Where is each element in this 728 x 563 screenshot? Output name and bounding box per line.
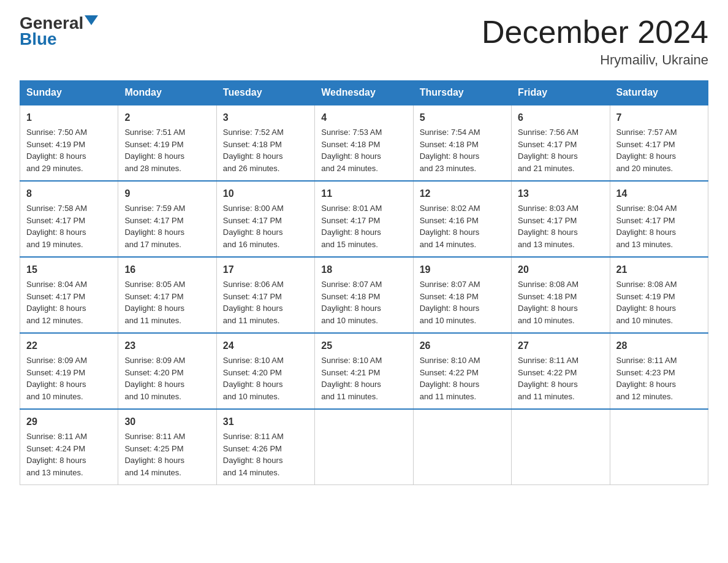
- calendar-table: SundayMondayTuesdayWednesdayThursdayFrid…: [20, 80, 708, 485]
- calendar-week-row: 1Sunrise: 7:50 AMSunset: 4:19 PMDaylight…: [20, 105, 708, 181]
- day-info: Sunrise: 8:08 AMSunset: 4:19 PMDaylight:…: [616, 278, 702, 326]
- calendar-cell: 29Sunrise: 8:11 AMSunset: 4:24 PMDayligh…: [20, 409, 118, 485]
- day-info: Sunrise: 7:52 AMSunset: 4:18 PMDaylight:…: [223, 126, 308, 174]
- calendar-cell: [413, 409, 511, 485]
- day-number: 3: [223, 110, 308, 125]
- calendar-cell: 23Sunrise: 8:09 AMSunset: 4:20 PMDayligh…: [118, 333, 216, 409]
- day-info: Sunrise: 8:02 AMSunset: 4:16 PMDaylight:…: [420, 202, 505, 250]
- calendar-cell: 22Sunrise: 8:09 AMSunset: 4:19 PMDayligh…: [20, 333, 118, 409]
- day-info: Sunrise: 8:04 AMSunset: 4:17 PMDaylight:…: [26, 278, 112, 326]
- day-info: Sunrise: 7:59 AMSunset: 4:17 PMDaylight:…: [124, 202, 210, 250]
- column-header-sunday: Sunday: [20, 81, 118, 105]
- day-number: 31: [223, 415, 308, 429]
- day-number: 16: [124, 262, 210, 277]
- calendar-cell: 8Sunrise: 7:58 AMSunset: 4:17 PMDaylight…: [20, 181, 118, 257]
- calendar-header-row: SundayMondayTuesdayWednesdayThursdayFrid…: [20, 81, 708, 105]
- day-number: 2: [124, 110, 210, 125]
- calendar-cell: 4Sunrise: 7:53 AMSunset: 4:18 PMDaylight…: [315, 105, 413, 181]
- day-info: Sunrise: 8:06 AMSunset: 4:17 PMDaylight:…: [223, 278, 308, 326]
- column-header-thursday: Thursday: [413, 81, 511, 105]
- day-info: Sunrise: 8:00 AMSunset: 4:17 PMDaylight:…: [223, 202, 308, 250]
- day-number: 4: [321, 110, 406, 125]
- calendar-cell: 1Sunrise: 7:50 AMSunset: 4:19 PMDaylight…: [20, 105, 118, 181]
- day-number: 11: [321, 186, 406, 201]
- day-number: 25: [321, 339, 406, 353]
- calendar-cell: 15Sunrise: 8:04 AMSunset: 4:17 PMDayligh…: [20, 257, 118, 333]
- logo-blue: Blue: [20, 29, 57, 49]
- day-number: 5: [420, 110, 505, 125]
- day-number: 9: [124, 186, 210, 201]
- day-number: 19: [420, 262, 505, 277]
- column-header-wednesday: Wednesday: [315, 81, 413, 105]
- calendar-week-row: 29Sunrise: 8:11 AMSunset: 4:24 PMDayligh…: [20, 409, 708, 485]
- title-block: December 2024 Hrymailiv, Ukraine: [482, 15, 708, 68]
- calendar-cell: 2Sunrise: 7:51 AMSunset: 4:19 PMDaylight…: [118, 105, 216, 181]
- calendar-cell: 11Sunrise: 8:01 AMSunset: 4:17 PMDayligh…: [315, 181, 413, 257]
- day-info: Sunrise: 8:11 AMSunset: 4:22 PMDaylight:…: [518, 354, 603, 402]
- day-info: Sunrise: 8:08 AMSunset: 4:18 PMDaylight:…: [518, 278, 603, 326]
- day-number: 8: [26, 186, 112, 201]
- day-info: Sunrise: 8:11 AMSunset: 4:24 PMDaylight:…: [26, 431, 112, 478]
- day-number: 21: [616, 262, 702, 277]
- column-header-monday: Monday: [118, 81, 216, 105]
- svg-marker-0: [85, 15, 98, 25]
- day-info: Sunrise: 8:11 AMSunset: 4:23 PMDaylight:…: [616, 354, 702, 402]
- calendar-cell: [315, 409, 413, 485]
- day-info: Sunrise: 8:01 AMSunset: 4:17 PMDaylight:…: [321, 202, 406, 250]
- day-info: Sunrise: 8:11 AMSunset: 4:25 PMDaylight:…: [124, 431, 210, 478]
- day-number: 10: [223, 186, 308, 201]
- day-info: Sunrise: 7:50 AMSunset: 4:19 PMDaylight:…: [26, 126, 112, 174]
- day-number: 29: [26, 415, 112, 429]
- day-number: 28: [616, 339, 702, 353]
- day-info: Sunrise: 7:51 AMSunset: 4:19 PMDaylight:…: [124, 126, 210, 174]
- calendar-cell: [512, 409, 610, 485]
- day-number: 14: [616, 186, 702, 201]
- logo-arrow-icon: [85, 15, 98, 25]
- day-number: 6: [518, 110, 603, 125]
- day-number: 1: [26, 110, 112, 125]
- calendar-cell: 9Sunrise: 7:59 AMSunset: 4:17 PMDaylight…: [118, 181, 216, 257]
- day-number: 12: [420, 186, 505, 201]
- calendar-cell: 25Sunrise: 8:10 AMSunset: 4:21 PMDayligh…: [315, 333, 413, 409]
- calendar-cell: 14Sunrise: 8:04 AMSunset: 4:17 PMDayligh…: [610, 181, 708, 257]
- day-info: Sunrise: 8:10 AMSunset: 4:20 PMDaylight:…: [223, 354, 308, 402]
- day-info: Sunrise: 7:57 AMSunset: 4:17 PMDaylight:…: [616, 126, 702, 174]
- calendar-cell: 17Sunrise: 8:06 AMSunset: 4:17 PMDayligh…: [216, 257, 314, 333]
- calendar-cell: 27Sunrise: 8:11 AMSunset: 4:22 PMDayligh…: [512, 333, 610, 409]
- day-info: Sunrise: 8:10 AMSunset: 4:21 PMDaylight:…: [321, 354, 406, 402]
- calendar-week-row: 22Sunrise: 8:09 AMSunset: 4:19 PMDayligh…: [20, 333, 708, 409]
- day-number: 20: [518, 262, 603, 277]
- day-info: Sunrise: 8:05 AMSunset: 4:17 PMDaylight:…: [124, 278, 210, 326]
- day-number: 7: [616, 110, 702, 125]
- day-number: 26: [420, 339, 505, 353]
- calendar-subtitle: Hrymailiv, Ukraine: [482, 52, 708, 68]
- calendar-cell: 18Sunrise: 8:07 AMSunset: 4:18 PMDayligh…: [315, 257, 413, 333]
- day-info: Sunrise: 7:56 AMSunset: 4:17 PMDaylight:…: [518, 126, 603, 174]
- calendar-week-row: 8Sunrise: 7:58 AMSunset: 4:17 PMDaylight…: [20, 181, 708, 257]
- calendar-cell: 21Sunrise: 8:08 AMSunset: 4:19 PMDayligh…: [610, 257, 708, 333]
- calendar-cell: 31Sunrise: 8:11 AMSunset: 4:26 PMDayligh…: [216, 409, 314, 485]
- day-number: 24: [223, 339, 308, 353]
- day-info: Sunrise: 7:54 AMSunset: 4:18 PMDaylight:…: [420, 126, 505, 174]
- day-info: Sunrise: 8:07 AMSunset: 4:18 PMDaylight:…: [321, 278, 406, 326]
- day-info: Sunrise: 8:10 AMSunset: 4:22 PMDaylight:…: [420, 354, 505, 402]
- day-number: 18: [321, 262, 406, 277]
- calendar-cell: 30Sunrise: 8:11 AMSunset: 4:25 PMDayligh…: [118, 409, 216, 485]
- calendar-cell: 26Sunrise: 8:10 AMSunset: 4:22 PMDayligh…: [413, 333, 511, 409]
- logo: General Blue: [20, 15, 98, 49]
- day-number: 22: [26, 339, 112, 353]
- calendar-title: December 2024: [482, 15, 708, 50]
- calendar-cell: 19Sunrise: 8:07 AMSunset: 4:18 PMDayligh…: [413, 257, 511, 333]
- column-header-friday: Friday: [512, 81, 610, 105]
- calendar-week-row: 15Sunrise: 8:04 AMSunset: 4:17 PMDayligh…: [20, 257, 708, 333]
- calendar-cell: [610, 409, 708, 485]
- day-info: Sunrise: 8:09 AMSunset: 4:20 PMDaylight:…: [124, 354, 210, 402]
- day-number: 15: [26, 262, 112, 277]
- page-header: General Blue December 2024 Hrymailiv, Uk…: [20, 15, 708, 68]
- calendar-cell: 20Sunrise: 8:08 AMSunset: 4:18 PMDayligh…: [512, 257, 610, 333]
- day-info: Sunrise: 8:09 AMSunset: 4:19 PMDaylight:…: [26, 354, 112, 402]
- calendar-cell: 24Sunrise: 8:10 AMSunset: 4:20 PMDayligh…: [216, 333, 314, 409]
- calendar-cell: 16Sunrise: 8:05 AMSunset: 4:17 PMDayligh…: [118, 257, 216, 333]
- calendar-cell: 28Sunrise: 8:11 AMSunset: 4:23 PMDayligh…: [610, 333, 708, 409]
- calendar-cell: 7Sunrise: 7:57 AMSunset: 4:17 PMDaylight…: [610, 105, 708, 181]
